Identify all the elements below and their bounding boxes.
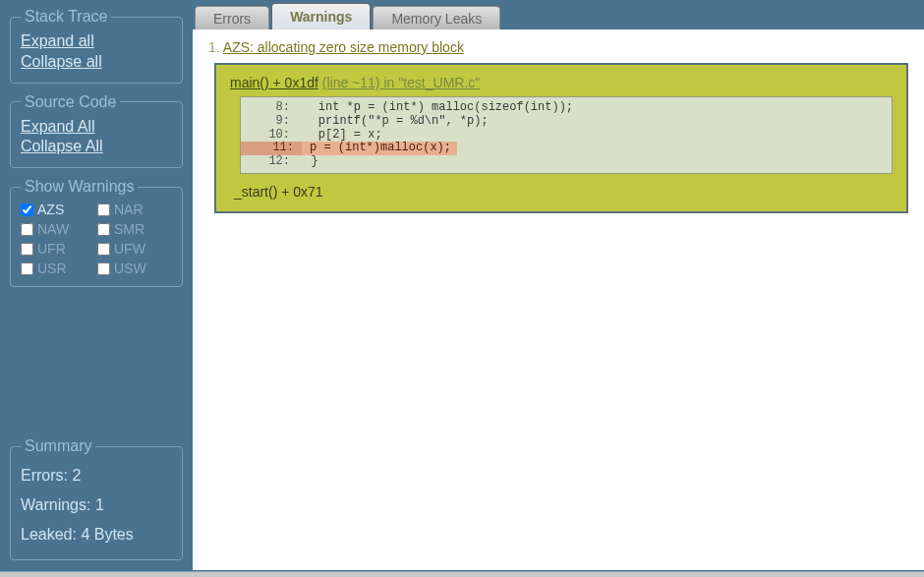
frame-top: main() + 0x1df (line ~11) in "test_UMR.c… bbox=[230, 75, 893, 90]
code-line-8: 8: int *p = (int*) malloc(sizeof(int)); bbox=[241, 101, 892, 115]
bottom-separator bbox=[0, 571, 924, 577]
show-warnings-legend: Show Warnings bbox=[21, 178, 138, 196]
code-line-10: 10: p[2] = x; bbox=[241, 129, 892, 143]
filter-usw-checkbox[interactable] bbox=[97, 262, 110, 275]
filter-usr[interactable]: USR bbox=[21, 260, 95, 276]
warning-number: 1. bbox=[208, 39, 220, 55]
filter-ufr-checkbox[interactable] bbox=[21, 243, 33, 256]
warning-item-header: 1. AZS: allocating zero size memory bloc… bbox=[208, 39, 908, 55]
main-area: Errors Warnings Memory Leaks 1. AZS: all… bbox=[193, 0, 924, 570]
collapse-all-source[interactable]: Collapse All bbox=[21, 137, 172, 157]
summary-group: Summary Errors: 2 Warnings: 1 Leaked: 4 … bbox=[10, 437, 183, 560]
code-line-12: 12: } bbox=[241, 155, 892, 169]
filter-azs[interactable]: AZS bbox=[21, 202, 95, 217]
frame-top-info[interactable]: (line ~11) in "test_UMR.c" bbox=[322, 75, 481, 90]
stack-trace-legend: Stack Trace bbox=[21, 8, 111, 26]
source-code-group: Source Code Expand All Collapse All bbox=[10, 93, 183, 169]
warning-block: main() + 0x1df (line ~11) in "test_UMR.c… bbox=[214, 63, 908, 213]
show-warnings-group: Show Warnings AZS NAR NAW SMR UFR UFW US… bbox=[10, 178, 183, 287]
frame-top-main[interactable]: main() + 0x1df bbox=[230, 75, 318, 90]
code-line-9: 9: printf("*p = %d\n", *p); bbox=[241, 115, 892, 129]
summary-legend: Summary bbox=[21, 437, 95, 455]
source-code-legend: Source Code bbox=[21, 93, 120, 111]
filter-azs-checkbox[interactable] bbox=[21, 203, 33, 216]
warning-title[interactable]: AZS: allocating zero size memory block bbox=[223, 39, 464, 55]
frame-bottom: _start() + 0x71 bbox=[234, 184, 893, 200]
expand-all-stack[interactable]: Expand all bbox=[21, 31, 172, 52]
filter-naw[interactable]: NAW bbox=[21, 221, 95, 237]
summary-leaked: Leaked: 4 Bytes bbox=[21, 520, 172, 549]
content: 1. AZS: allocating zero size memory bloc… bbox=[193, 29, 924, 223]
filter-nar[interactable]: NAR bbox=[97, 202, 172, 217]
expand-all-source[interactable]: Expand All bbox=[21, 117, 172, 138]
tab-memory-leaks[interactable]: Memory Leaks bbox=[373, 6, 500, 29]
filter-usr-checkbox[interactable] bbox=[21, 262, 33, 275]
filter-usw[interactable]: USW bbox=[97, 260, 172, 276]
collapse-all-stack[interactable]: Collapse all bbox=[21, 52, 172, 73]
filter-ufw-checkbox[interactable] bbox=[97, 243, 110, 256]
stack-trace-group: Stack Trace Expand all Collapse all bbox=[10, 8, 183, 84]
tab-warnings[interactable]: Warnings bbox=[271, 3, 371, 29]
filter-smr[interactable]: SMR bbox=[97, 221, 172, 237]
filter-ufr[interactable]: UFR bbox=[21, 241, 95, 257]
summary-errors: Errors: 2 bbox=[21, 461, 172, 490]
tab-errors[interactable]: Errors bbox=[195, 6, 269, 29]
summary-warnings: Warnings: 1 bbox=[21, 490, 172, 520]
filter-smr-checkbox[interactable] bbox=[97, 223, 110, 236]
filter-nar-checkbox[interactable] bbox=[97, 203, 110, 216]
tab-bar: Errors Warnings Memory Leaks bbox=[193, 0, 924, 29]
source-snippet: 8: int *p = (int*) malloc(sizeof(int)); … bbox=[240, 96, 893, 174]
code-line-11-highlight: 11:p = (int*)malloc(x); bbox=[241, 142, 892, 155]
filter-naw-checkbox[interactable] bbox=[21, 223, 33, 236]
filter-ufw[interactable]: UFW bbox=[97, 241, 172, 257]
sidebar: Stack Trace Expand all Collapse all Sour… bbox=[0, 0, 193, 570]
